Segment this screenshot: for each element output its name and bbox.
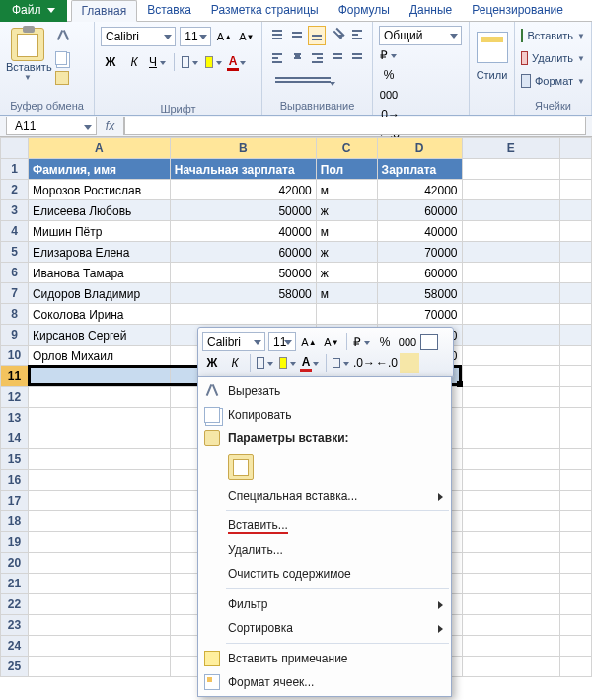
ctx-delete[interactable]: Удалить... [198, 538, 451, 562]
cell[interactable]: 70000 [378, 244, 462, 261]
copy-icon[interactable] [55, 51, 67, 65]
cell[interactable]: 50000 [171, 265, 316, 281]
shrink-font-icon[interactable]: A▼ [238, 27, 256, 46]
cells-delete-button[interactable]: Удалить▼ [521, 48, 585, 68]
cell[interactable]: Зарплата [378, 161, 462, 178]
cell-styles-icon[interactable] [477, 32, 508, 63]
cut-icon[interactable] [55, 30, 73, 45]
bold-button[interactable]: Ж [101, 52, 120, 72]
increase-indent-icon[interactable] [348, 49, 366, 69]
cell[interactable]: ж [317, 202, 377, 219]
row-header[interactable]: 20 [1, 553, 29, 574]
border-button[interactable] [181, 52, 200, 72]
row-header[interactable]: 5 [1, 242, 29, 263]
ctx-sort[interactable]: Сортировка [198, 616, 451, 640]
cell[interactable]: 50000 [171, 202, 316, 219]
cell[interactable]: м [317, 285, 377, 302]
cell[interactable]: Мишин Пётр [29, 223, 170, 240]
cell[interactable]: Сидоров Владимир [29, 285, 170, 302]
ctx-filter[interactable]: Фильтр [198, 592, 451, 616]
mini-format-cells-icon[interactable] [420, 334, 438, 350]
paste-button[interactable]: Вставить ▼ [6, 26, 49, 100]
ctx-clear[interactable]: Очистить содержимое [198, 562, 451, 585]
name-box[interactable]: A11 [6, 117, 97, 135]
underline-button[interactable]: Ч [148, 52, 168, 72]
tab-insert[interactable]: Вставка [137, 0, 201, 22]
comma-icon[interactable]: 000 [379, 85, 399, 105]
cell[interactable]: Иванова Тамара [29, 265, 170, 281]
cells-format-button[interactable]: Формат▼ [521, 71, 585, 91]
cell[interactable]: Пол [317, 161, 377, 178]
cell[interactable]: ж [317, 265, 377, 281]
italic-button[interactable]: К [124, 52, 144, 72]
row-header[interactable]: 19 [1, 532, 29, 553]
row-header[interactable]: 7 [1, 283, 29, 304]
cell[interactable]: Морозов Ростислав [29, 182, 170, 198]
fill-color-button[interactable] [204, 52, 224, 72]
row-header[interactable]: 23 [1, 615, 29, 636]
orientation-icon[interactable] [328, 26, 346, 45]
cell[interactable] [171, 306, 316, 323]
cell[interactable]: 70000 [378, 306, 462, 323]
row-header[interactable]: 4 [1, 221, 29, 242]
merge-center-button[interactable] [268, 73, 337, 93]
ctx-insert[interactable]: Вставить... [198, 514, 451, 538]
wrap-text-icon[interactable] [348, 26, 366, 45]
cell[interactable]: Орлов Михаил [29, 348, 170, 364]
tab-home[interactable]: Главная [71, 0, 138, 22]
cell[interactable]: м [317, 223, 377, 240]
cell[interactable]: 40000 [171, 223, 316, 240]
row-header[interactable]: 17 [1, 491, 29, 511]
mini-inc-decimal[interactable]: .0→ [354, 353, 374, 373]
cell[interactable]: 58000 [378, 285, 462, 302]
row-header[interactable]: 22 [1, 594, 29, 615]
cell[interactable]: 58000 [171, 285, 316, 302]
select-all-corner[interactable] [1, 138, 29, 159]
align-center-icon[interactable] [288, 49, 306, 69]
row-header[interactable]: 16 [1, 470, 29, 491]
tab-file[interactable]: Файл [0, 0, 67, 22]
mini-shrink-font[interactable]: A▼ [322, 332, 341, 351]
col-header-f[interactable] [560, 138, 592, 159]
cell[interactable]: 60000 [378, 265, 462, 281]
row-header[interactable]: 9 [1, 325, 29, 346]
row-header[interactable]: 8 [1, 304, 29, 325]
mini-comma[interactable]: 000 [398, 332, 417, 351]
currency-icon[interactable]: ₽ [379, 45, 399, 65]
mini-currency[interactable]: ₽ [352, 332, 372, 351]
cell[interactable]: 42000 [378, 182, 462, 198]
percent-icon[interactable]: % [379, 65, 399, 85]
cells-insert-button[interactable]: Вставить▼ [521, 26, 585, 45]
fx-icon[interactable]: fx [97, 117, 124, 135]
tab-formulas[interactable]: Формулы [329, 0, 400, 22]
row-header[interactable]: 10 [1, 346, 29, 366]
cell[interactable]: Начальная зарплата [171, 161, 316, 178]
align-left-icon[interactable] [268, 49, 286, 69]
mini-size-combo[interactable]: 11 [268, 332, 296, 351]
cell[interactable]: м [317, 182, 377, 198]
cell[interactable]: 42000 [171, 182, 316, 198]
row-header[interactable]: 1 [1, 159, 29, 180]
cell[interactable] [317, 306, 377, 323]
ctx-format-cells[interactable]: Формат ячеек... [198, 670, 451, 694]
cell[interactable]: Елизарова Елена [29, 244, 170, 261]
number-format-combo[interactable]: Общий [379, 26, 462, 45]
cell[interactable]: 60000 [171, 244, 316, 261]
col-header-a[interactable]: A [28, 138, 170, 159]
cell[interactable] [29, 368, 170, 385]
format-painter-icon[interactable] [55, 71, 69, 85]
align-middle-icon[interactable] [288, 26, 306, 45]
ctx-cut[interactable]: Вырезать [198, 379, 451, 403]
col-header-b[interactable]: B [170, 138, 316, 159]
grow-font-icon[interactable]: A▲ [215, 27, 233, 46]
mini-grow-font[interactable]: A▲ [299, 332, 319, 351]
row-header[interactable]: 21 [1, 574, 29, 594]
tab-review[interactable]: Рецензирование [462, 0, 573, 22]
row-header[interactable]: 11 [1, 366, 29, 387]
col-header-e[interactable]: E [462, 138, 560, 159]
align-top-icon[interactable] [268, 26, 286, 45]
col-header-d[interactable]: D [377, 138, 462, 159]
font-color-button[interactable]: A [228, 52, 248, 72]
mini-format-painter[interactable] [400, 353, 419, 373]
mini-border[interactable] [256, 353, 275, 373]
